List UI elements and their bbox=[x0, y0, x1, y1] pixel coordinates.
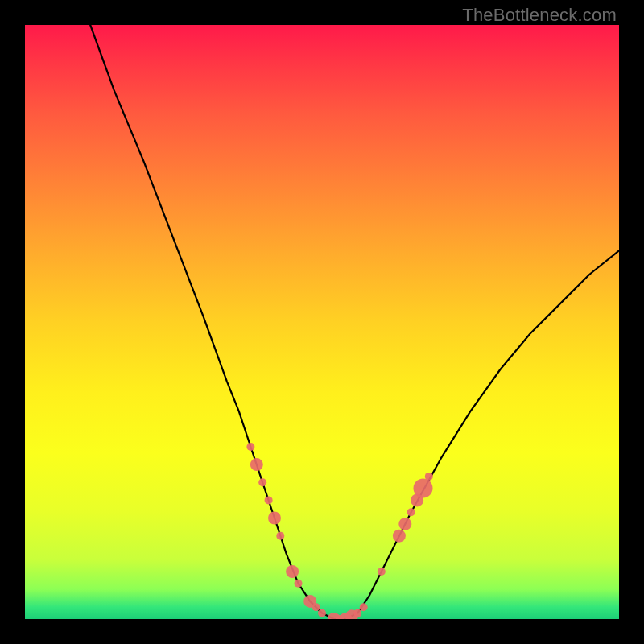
chart-svg bbox=[25, 25, 619, 619]
data-marker bbox=[276, 532, 284, 540]
data-marker bbox=[258, 478, 266, 486]
data-marker bbox=[286, 565, 299, 578]
data-marker bbox=[295, 580, 303, 588]
data-marker bbox=[360, 603, 368, 611]
data-marker bbox=[312, 603, 320, 611]
data-marker bbox=[393, 530, 406, 543]
data-marker bbox=[414, 479, 433, 498]
chart-frame: TheBottleneck.com bbox=[0, 0, 644, 644]
bottleneck-curve bbox=[90, 25, 619, 619]
data-marker bbox=[268, 512, 281, 525]
data-marker bbox=[407, 508, 415, 516]
data-marker bbox=[318, 609, 326, 617]
plot-area bbox=[25, 25, 619, 619]
data-marker bbox=[398, 518, 411, 530]
data-marker bbox=[246, 443, 254, 451]
data-marker bbox=[425, 473, 433, 481]
marker-group bbox=[246, 443, 432, 619]
watermark-text: TheBottleneck.com bbox=[462, 5, 617, 26]
data-marker bbox=[250, 458, 263, 471]
data-marker bbox=[353, 609, 361, 617]
data-marker bbox=[378, 568, 386, 576]
data-marker bbox=[265, 496, 273, 504]
